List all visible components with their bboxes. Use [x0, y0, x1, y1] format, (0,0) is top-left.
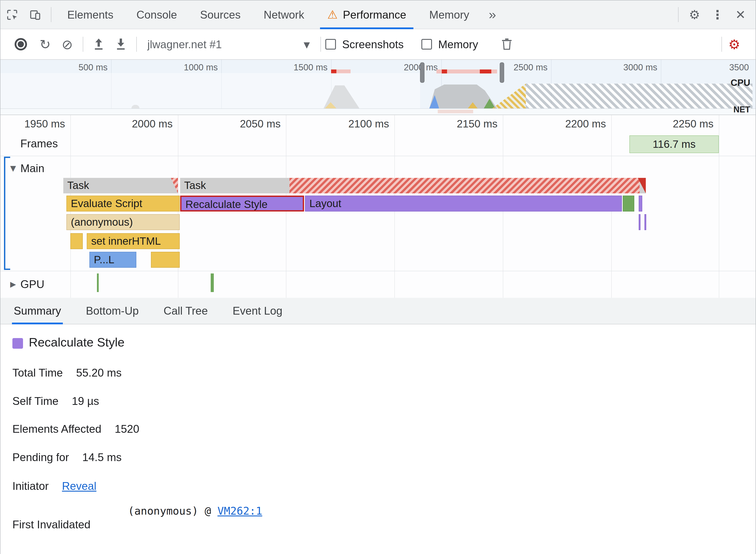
- separator: [678, 7, 679, 22]
- device-toolbar-icon[interactable]: [23, 3, 47, 26]
- gpu-activity-tick: [97, 273, 99, 292]
- timeline-tick: 2100 ms: [336, 118, 389, 130]
- chevron-collapsed-icon: ▶: [10, 280, 16, 288]
- frame-duration-block[interactable]: 116.7 ms: [630, 135, 719, 153]
- tab-summary[interactable]: Summary: [12, 297, 63, 324]
- timeline-tick: 2050 ms: [227, 118, 281, 130]
- tab-console[interactable]: Console: [125, 0, 188, 29]
- initiator-reveal-link[interactable]: Reveal: [62, 480, 97, 493]
- overview-tick: 500 ms: [59, 62, 108, 72]
- chevron-expanded-icon: ▼: [10, 164, 16, 173]
- settings-gear-icon[interactable]: ⚙: [683, 3, 706, 26]
- event-bar-task[interactable]: Task: [63, 178, 178, 193]
- separator: [320, 37, 321, 52]
- stat-self-time: Self Time19 µs: [12, 395, 99, 407]
- stat-pending-for: Pending for14.5 ms: [12, 451, 122, 464]
- details-tabbar: Summary Bottom-Up Call Tree Event Log: [0, 298, 756, 324]
- frames-track-label: Frames: [20, 137, 58, 150]
- checkbox-box: [421, 39, 432, 50]
- event-bar-anonymous[interactable]: (anonymous): [66, 214, 180, 230]
- load-profile-icon[interactable]: [88, 33, 110, 55]
- stat-total-time: Total Time55.20 ms: [12, 367, 122, 379]
- devtools-tabbar: Elements Console Sources Network ⚠ Perfo…: [0, 0, 756, 29]
- first-invalidated-label: First Invalidated: [12, 518, 91, 531]
- event-color-swatch: [12, 338, 23, 349]
- pending-scripting-hatch: [492, 84, 526, 108]
- event-bar-recalculate-style[interactable]: Recalculate Style: [180, 196, 304, 212]
- net-band: [0, 108, 756, 115]
- warning-icon: ⚠: [327, 8, 338, 21]
- clear-recording-icon[interactable]: ⊘: [56, 33, 78, 55]
- timeline-tick: 2200 ms: [553, 118, 606, 130]
- net-activity: [438, 110, 473, 113]
- chevron-down-icon: ▾: [304, 37, 310, 52]
- event-bar-small[interactable]: [70, 233, 83, 249]
- overview-tick: 2000 ms: [389, 62, 438, 72]
- long-task-marker: [436, 69, 497, 73]
- tab-network[interactable]: Network: [252, 0, 316, 29]
- long-task-red-segment: [480, 69, 491, 73]
- save-profile-icon[interactable]: [110, 33, 132, 55]
- timeline-tick: 2150 ms: [444, 118, 497, 130]
- event-bar-task[interactable]: Task: [180, 178, 646, 193]
- checkbox-box: [325, 39, 336, 50]
- event-bar-evaluate-script[interactable]: Evaluate Script: [66, 196, 180, 212]
- event-bar-layout[interactable]: Layout: [305, 196, 622, 212]
- screenshots-checkbox[interactable]: Screenshots: [325, 38, 404, 51]
- tab-bottom-up[interactable]: Bottom-Up: [84, 297, 141, 324]
- tab-memory[interactable]: Memory: [418, 0, 481, 29]
- event-bar-paint[interactable]: [623, 196, 634, 212]
- cpu-track-label: CPU: [731, 77, 750, 88]
- stat-initiator: Initiator Reveal: [12, 480, 97, 493]
- main-track-selection-bracket: [4, 157, 5, 270]
- tab-event-log[interactable]: Event Log: [231, 297, 284, 324]
- event-bar-set-innerhtml[interactable]: set innerHTML: [87, 233, 180, 249]
- gpu-track-header[interactable]: ▶ GPU: [10, 276, 45, 292]
- overview-tick: 1000 ms: [169, 62, 218, 72]
- divider: [0, 271, 756, 271]
- summary-pane: Recalculate Style Total Time55.20 ms Sel…: [0, 324, 756, 554]
- tab-performance[interactable]: ⚠ Performance: [316, 0, 418, 29]
- memory-checkbox[interactable]: Memory: [421, 38, 478, 51]
- close-icon[interactable]: ✕: [729, 3, 752, 26]
- gridline: [719, 115, 719, 298]
- overview-tick: 3000 ms: [609, 62, 657, 72]
- record-button[interactable]: [15, 38, 27, 50]
- timeline-tick: 2250 ms: [660, 118, 713, 130]
- tab-call-tree[interactable]: Call Tree: [162, 297, 210, 324]
- profile-select[interactable]: jlwagner.net #1 ▾: [141, 34, 316, 55]
- separator: [136, 37, 137, 52]
- tab-sources[interactable]: Sources: [188, 0, 252, 29]
- stat-elements-affected: Elements Affected1520: [12, 423, 139, 435]
- event-bar-small[interactable]: [644, 214, 646, 230]
- overview-tick: 1500 ms: [279, 62, 328, 72]
- event-bar-parse-html[interactable]: P...L: [90, 252, 136, 268]
- more-tabs-icon[interactable]: »: [481, 7, 504, 22]
- gpu-activity-tick: [211, 273, 214, 292]
- long-task-stripes: [289, 178, 640, 193]
- overflow-menu-icon[interactable]: ⋮: [706, 3, 729, 26]
- capture-settings-gear-icon[interactable]: ⚙: [726, 33, 749, 55]
- idle-hatch-region: [526, 84, 752, 108]
- flame-chart[interactable]: 1950 ms 2000 ms 2050 ms 2100 ms 2150 ms …: [0, 115, 756, 298]
- first-invalidated-source-link[interactable]: VM262:1: [218, 505, 262, 517]
- selection-handle-left[interactable]: [420, 62, 425, 83]
- reload-and-record-icon[interactable]: ↻: [34, 33, 56, 55]
- performance-toolbar: ↻ ⊘ jlwagner.net #1 ▾ Screenshots Memory: [0, 29, 756, 60]
- separator: [51, 7, 51, 22]
- divider: [0, 156, 756, 156]
- selection-handle-right[interactable]: [500, 62, 504, 83]
- timeline-tick: 2000 ms: [119, 118, 173, 130]
- separator: [83, 37, 83, 52]
- long-task-corner: [171, 178, 178, 193]
- event-bar-small[interactable]: [639, 214, 641, 230]
- timeline-overview[interactable]: 500 ms 1000 ms 1500 ms 2000 ms 2500 ms 3…: [0, 60, 756, 115]
- summary-title: Recalculate Style: [29, 335, 124, 349]
- inspect-element-icon[interactable]: [0, 3, 23, 26]
- main-track-header[interactable]: ▼ Main: [10, 160, 45, 176]
- event-bar-small[interactable]: [151, 252, 180, 268]
- event-bar-small[interactable]: [639, 196, 642, 212]
- timeline-tick: 1950 ms: [12, 118, 65, 130]
- trash-icon[interactable]: [496, 33, 518, 55]
- tab-elements[interactable]: Elements: [56, 0, 125, 29]
